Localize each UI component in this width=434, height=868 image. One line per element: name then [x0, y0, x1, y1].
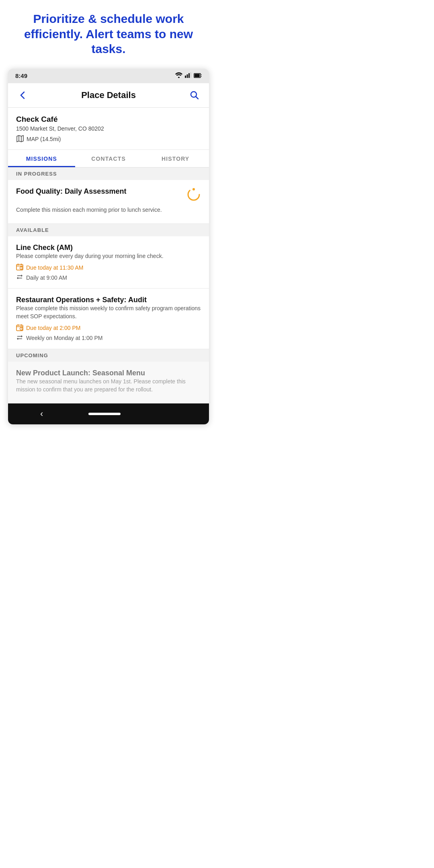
- battery-icon: [194, 72, 202, 80]
- mission-title-row: Food Quality: Daily Assessment: [16, 187, 201, 203]
- mission-desc-restaurant-ops: Please complete this mission weekly to c…: [16, 304, 201, 321]
- due-row-restaurant-ops: Due today at 2:00 PM: [16, 324, 201, 332]
- mission-meta-restaurant-ops: Due today at 2:00 PM Weekly on Monday at…: [16, 324, 201, 342]
- wifi-icon: [175, 72, 182, 80]
- status-icons: [175, 72, 202, 80]
- mission-card-new-product[interactable]: New Product Launch: Seasonal Menu The ne…: [8, 362, 209, 404]
- mission-card-restaurant-ops[interactable]: Restaurant Operations + Safety: Audit Pl…: [8, 289, 209, 349]
- svg-point-14: [192, 188, 195, 190]
- tab-contacts[interactable]: CONTACTS: [75, 150, 142, 167]
- back-button[interactable]: [15, 88, 30, 102]
- place-name: Check Café: [16, 115, 201, 124]
- svg-marker-10: [17, 135, 23, 142]
- svg-line-28: [21, 329, 22, 329]
- mission-desc-line-check: Please complete every day during your mo…: [16, 252, 201, 260]
- signal-icon: [185, 72, 191, 80]
- search-button[interactable]: [187, 88, 202, 102]
- due-row-line-check: Due today at 11:30 AM: [16, 263, 201, 272]
- place-card: Check Café 1500 Market St, Denver, CO 80…: [8, 108, 209, 150]
- app-header: Place Details: [8, 83, 209, 108]
- svg-rect-4: [190, 72, 192, 78]
- place-map[interactable]: MAP (14.5mi): [16, 135, 201, 144]
- svg-rect-3: [188, 73, 190, 78]
- tabs-bar: MISSIONS CONTACTS HISTORY: [8, 150, 209, 168]
- status-time: 8:49: [15, 72, 27, 79]
- svg-rect-8: [194, 74, 200, 77]
- repeat-text-restaurant-ops: Weekly on Monday at 1:00 PM: [26, 335, 102, 341]
- due-text-restaurant-ops: Due today at 2:00 PM: [26, 325, 80, 331]
- mission-desc-new-product: The new seasonal menu launches on May 1s…: [16, 377, 201, 394]
- section-header-upcoming: UPCOMING: [8, 349, 209, 362]
- mission-title-new-product: New Product Launch: Seasonal Menu: [16, 369, 201, 377]
- in-progress-spinner-icon: [186, 187, 201, 203]
- android-home-pill[interactable]: [88, 413, 121, 415]
- svg-rect-2: [187, 74, 188, 78]
- promo-headline: Prioritize & schedule work efficiently. …: [10, 11, 207, 57]
- phone-frame: 8:49: [8, 69, 209, 425]
- svg-rect-1: [185, 76, 186, 78]
- promo-banner: Prioritize & schedule work efficiently. …: [0, 0, 217, 65]
- calendar-clock-icon: [16, 263, 23, 272]
- place-address: 1500 Market St, Denver, CO 80202: [16, 125, 201, 132]
- android-back-button[interactable]: ‹: [40, 409, 43, 419]
- repeat-icon-ops: [16, 334, 23, 342]
- svg-point-0: [178, 77, 180, 78]
- calendar-clock-icon-ops: [16, 324, 23, 332]
- place-map-label: MAP (14.5mi): [27, 136, 61, 142]
- mission-title-restaurant-ops: Restaurant Operations + Safety: Audit: [16, 296, 201, 304]
- mission-title-food-quality: Food Quality: Daily Assessment: [16, 187, 183, 196]
- section-header-in-progress: IN PROGRESS: [8, 168, 209, 180]
- svg-line-21: [21, 268, 22, 268]
- mission-meta-line-check: Due today at 11:30 AM Daily at 9:00 AM: [16, 263, 201, 282]
- orange-bg-wrapper: UPCOMING New Product Launch: Seasonal Me…: [8, 349, 209, 404]
- repeat-text-line-check: Daily at 9:00 AM: [26, 274, 67, 281]
- svg-point-13: [188, 189, 199, 200]
- mission-title-line-check: Line Check (AM): [16, 244, 201, 252]
- due-text-line-check: Due today at 11:30 AM: [26, 264, 83, 271]
- repeat-icon-line-check: [16, 273, 23, 282]
- mission-desc-food-quality: Complete this mission each morning prior…: [16, 206, 201, 214]
- section-header-available: AVAILABLE: [8, 224, 209, 236]
- android-back-icon: ‹: [40, 409, 43, 419]
- bottom-nav-bar: ‹: [8, 403, 209, 424]
- mission-card-food-quality[interactable]: Food Quality: Daily Assessment Complete …: [8, 180, 209, 224]
- repeat-row-line-check: Daily at 9:00 AM: [16, 273, 201, 282]
- repeat-row-restaurant-ops: Weekly on Monday at 1:00 PM: [16, 334, 201, 342]
- page-title: Place Details: [81, 90, 136, 100]
- map-icon: [16, 135, 24, 144]
- mission-card-line-check[interactable]: Line Check (AM) Please complete every da…: [8, 236, 209, 289]
- tab-missions[interactable]: MISSIONS: [8, 150, 75, 167]
- tab-history[interactable]: HISTORY: [142, 150, 209, 167]
- status-bar: 8:49: [8, 69, 209, 83]
